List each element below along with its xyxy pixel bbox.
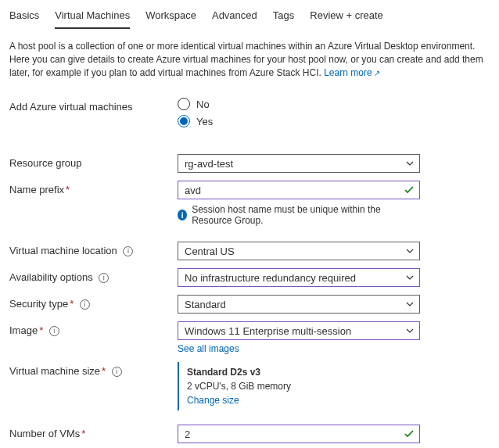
availability-select[interactable]: No infrastructure redundancy required: [178, 268, 420, 287]
add-vm-yes[interactable]: Yes: [178, 115, 420, 127]
vm-location-select[interactable]: Central US: [178, 242, 420, 260]
label-security-type: Security type* i: [9, 295, 178, 310]
learn-more-link[interactable]: Learn more↗: [324, 67, 379, 78]
tab-workspace[interactable]: Workspace: [145, 6, 196, 29]
resource-group-select[interactable]: rg-avd-test: [178, 154, 420, 173]
label-vm-location: Virtual machine location i: [9, 242, 178, 256]
label-image: Image* i: [9, 321, 178, 336]
info-icon[interactable]: i: [99, 273, 109, 283]
chevron-down-icon: [405, 246, 415, 256]
info-icon[interactable]: i: [49, 326, 59, 336]
check-icon: [404, 428, 415, 439]
label-name-prefix: Name prefix*: [9, 181, 178, 195]
radio-label: Yes: [196, 116, 213, 127]
name-prefix-helper: i Session host name must be unique withi…: [178, 204, 420, 226]
info-icon: i: [178, 210, 187, 220]
add-vm-radio-group: No Yes: [178, 98, 420, 127]
see-all-images-link[interactable]: See all images: [178, 343, 239, 354]
chevron-down-icon: [405, 326, 415, 335]
tab-tags[interactable]: Tags: [273, 6, 294, 29]
intro-body: A host pool is a collection of one or mo…: [9, 41, 483, 78]
info-icon[interactable]: i: [80, 299, 90, 310]
select-value: rg-avd-test: [185, 158, 233, 170]
label-availability: Availability options i: [9, 268, 178, 283]
check-icon: [404, 185, 415, 195]
tab-basics[interactable]: Basics: [9, 6, 39, 29]
add-vm-no[interactable]: No: [178, 98, 420, 110]
label-vm-size: Virtual machine size* i: [9, 362, 178, 377]
label-num-vms: Number of VMs*: [9, 425, 178, 439]
radio-icon: [178, 115, 190, 127]
intro-text: A host pool is a collection of one or mo…: [9, 40, 486, 79]
helper-text: Session host name must be unique within …: [192, 204, 420, 226]
chevron-down-icon: [405, 159, 415, 168]
tab-virtual-machines[interactable]: Virtual Machines: [55, 6, 130, 29]
radio-icon: [178, 98, 190, 110]
label-resource-group: Resource group: [9, 154, 178, 169]
name-prefix-input[interactable]: avd: [178, 181, 420, 199]
vm-size-name: Standard D2s v3: [187, 365, 420, 379]
image-select[interactable]: Windows 11 Enterprise multi-session: [178, 321, 420, 340]
info-icon[interactable]: i: [123, 246, 133, 256]
input-value: avd: [185, 185, 201, 196]
select-value: Central US: [185, 246, 235, 257]
tab-review-create[interactable]: Review + create: [310, 6, 383, 29]
info-icon[interactable]: i: [112, 367, 122, 377]
external-link-icon: ↗: [374, 69, 380, 77]
num-vms-input[interactable]: 2: [178, 425, 420, 443]
radio-label: No: [196, 99, 210, 110]
security-type-select[interactable]: Standard: [178, 295, 420, 314]
input-value: 2: [185, 428, 190, 440]
label-add-azure-vm: Add Azure virtual machines: [9, 98, 178, 113]
select-value: Standard: [185, 299, 226, 310]
tab-advanced[interactable]: Advanced: [212, 6, 257, 29]
wizard-tabs: Basics Virtual Machines Workspace Advanc…: [9, 6, 490, 29]
select-value: No infrastructure redundancy required: [185, 272, 356, 284]
vm-size-display: Standard D2s v3 2 vCPU's, 8 GiB memory C…: [178, 362, 420, 410]
select-value: Windows 11 Enterprise multi-session: [185, 325, 351, 337]
chevron-down-icon: [405, 299, 415, 309]
change-size-link[interactable]: Change size: [187, 393, 239, 407]
vm-size-specs: 2 vCPU's, 8 GiB memory: [187, 379, 420, 393]
chevron-down-icon: [405, 273, 415, 282]
